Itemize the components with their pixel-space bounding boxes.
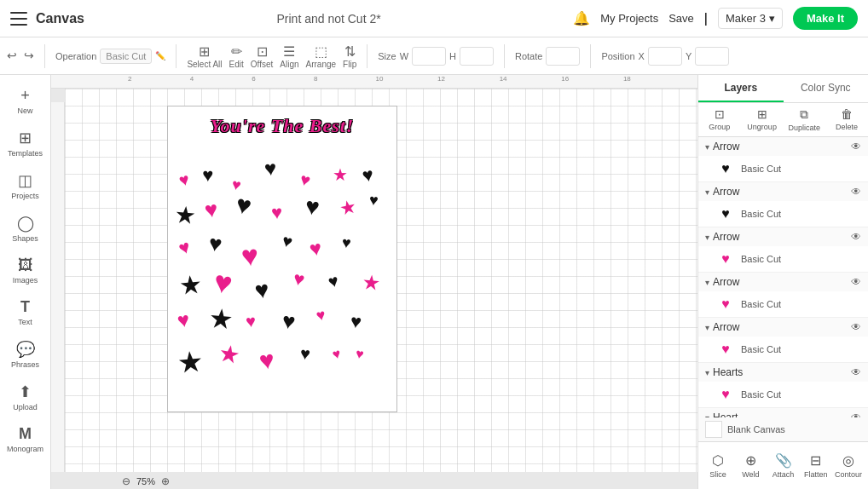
layer-group-header-arrow5[interactable]: ▾ Arrow 👁 (698, 318, 868, 337)
redo-button[interactable]: ↪ (24, 49, 34, 63)
tab-color-sync[interactable]: Color Sync (784, 75, 869, 102)
scattered-element-26: ♥ (176, 309, 191, 331)
canvas-grid[interactable]: You're The Best! ♥♥♥♥♥★♥★♥♥♥♥★♥♥♥♥♥♥♥★♥♥… (65, 89, 697, 472)
zoom-in-button[interactable]: ⊕ (159, 475, 172, 488)
layer-visibility-icon[interactable]: 👁 (851, 411, 861, 417)
text-icon: T (20, 298, 30, 316)
left-sidebar: + New ⊞ Templates ◫ Projects ◯ Shapes 🖼 … (0, 75, 51, 489)
layer-group-header-heart1[interactable]: ▾ Heart 👁 (698, 408, 868, 417)
layer-group-header-arrow3[interactable]: ▾ Arrow 👁 (698, 227, 868, 246)
sidebar-item-templates[interactable]: ⊞ Templates (3, 124, 48, 163)
attach-button[interactable]: 📎 Attach (767, 452, 799, 479)
contour-button[interactable]: ◎ Contour (832, 452, 865, 479)
undo-button[interactable]: ↩ (7, 49, 17, 63)
layer-group-header-hearts1[interactable]: ▾ Hearts 👁 (698, 363, 868, 382)
redo-icon: ↪ (24, 49, 34, 62)
tab-layers[interactable]: Layers (698, 75, 784, 102)
layer-item[interactable]: ♥Basic Cut (698, 382, 868, 407)
layer-thumbnail: ♥ (715, 249, 736, 269)
canvas-document[interactable]: You're The Best! ♥♥♥♥♥★♥★♥♥♥♥★♥♥♥♥♥♥♥★♥♥… (167, 106, 397, 412)
menu-icon[interactable] (10, 12, 27, 26)
scattered-element-8: ♥ (203, 198, 219, 221)
scattered-element-6: ♥ (361, 165, 375, 186)
layer-visibility-icon[interactable]: 👁 (851, 141, 861, 152)
sidebar-item-images[interactable]: 🖼 Images (3, 251, 48, 290)
rotate-input[interactable] (546, 47, 580, 66)
scattered-element-35: ♥ (300, 344, 312, 362)
ungroup-button[interactable]: ⊞ Ungroup (741, 103, 784, 136)
layer-visibility-icon[interactable]: 👁 (851, 366, 861, 378)
my-projects-button[interactable]: My Projects (600, 12, 658, 25)
sidebar-item-phrases[interactable]: 💬 Phrases (3, 335, 48, 374)
layer-group-arrow3: ▾ Arrow 👁 ♥Basic Cut (698, 227, 868, 273)
machine-selector[interactable]: Maker 3 ▾ (718, 8, 783, 29)
edit-button[interactable]: ✏ Edit (229, 43, 244, 69)
operation-value[interactable]: Basic Cut (100, 49, 152, 64)
layer-visibility-icon[interactable]: 👁 (851, 321, 861, 333)
scattered-element-29: ♥ (281, 309, 297, 333)
layer-thumbnail: ♥ (715, 294, 736, 314)
delete-button[interactable]: 🗑 Delete (825, 103, 868, 136)
duplicate-button[interactable]: ⧉ Duplicate (784, 103, 826, 136)
weld-button[interactable]: ⊕ Weld (734, 452, 767, 479)
scattered-element-15: ♥ (208, 232, 224, 256)
offset-button[interactable]: ⊡ Offset (251, 43, 274, 69)
pos-x-input[interactable] (648, 47, 682, 66)
sidebar-item-text[interactable]: T Text (3, 293, 48, 331)
zoom-out-button[interactable]: ⊖ (119, 475, 133, 488)
layer-group-header-arrow4[interactable]: ▾ Arrow 👁 (698, 273, 868, 291)
toolbar-separator-5 (590, 44, 591, 68)
sidebar-item-monogram[interactable]: M Monogram (3, 420, 48, 458)
phrases-icon: 💬 (16, 340, 35, 359)
size-group: Size W H (378, 47, 494, 66)
projects-icon: ◫ (18, 171, 32, 190)
sidebar-label-upload: Upload (13, 403, 38, 411)
layer-item[interactable]: ♥Basic Cut (698, 246, 868, 272)
panel-tabs: Layers Color Sync (698, 75, 868, 103)
toolbar-separator (44, 44, 45, 68)
layer-visibility-icon[interactable]: 👁 (851, 231, 861, 243)
sidebar-item-new[interactable]: + New (3, 82, 48, 120)
layer-thumbnail: ♥ (715, 158, 736, 179)
group-icon: ⊡ (715, 107, 725, 121)
select-all-button[interactable]: ⊞ Select All (187, 43, 222, 69)
scattered-element-20: ★ (178, 272, 204, 299)
layer-visibility-icon[interactable]: 👁 (851, 276, 861, 288)
arrange-button[interactable]: ⬚ Arrange (306, 43, 337, 69)
slice-button[interactable]: ⬡ Slice (702, 452, 734, 479)
layer-item[interactable]: ♥Basic Cut (698, 291, 868, 317)
align-button[interactable]: ☰ Align (280, 43, 298, 69)
operation-pencil-icon[interactable]: ✏️ (155, 51, 165, 60)
layer-name: Arrow (713, 276, 848, 288)
scattered-element-25: ★ (362, 272, 382, 294)
blank-canvas-label: Blank Canvas (727, 424, 785, 434)
sidebar-item-shapes[interactable]: ◯ Shapes (3, 209, 48, 248)
scattered-element-27: ★ (208, 304, 235, 333)
layer-visibility-icon[interactable]: 👁 (851, 186, 861, 198)
layer-group-arrow1: ▾ Arrow 👁 ♥Basic Cut (698, 137, 868, 182)
sidebar-item-upload[interactable]: ⬆ Upload (3, 377, 48, 417)
upload-icon: ⬆ (19, 383, 32, 401)
zoom-bar: ⊖ 75% ⊕ (119, 475, 172, 488)
scattered-element-30: ♥ (315, 307, 327, 324)
flip-button[interactable]: ⇅ Flip (343, 43, 356, 69)
zoom-level: 75% (136, 476, 155, 486)
layer-item[interactable]: ♥Basic Cut (698, 201, 868, 227)
canvas-area[interactable]: 2 4 6 8 10 12 14 16 18 You're The (51, 75, 697, 489)
width-input[interactable] (412, 47, 446, 66)
layer-item[interactable]: ♥Basic Cut (698, 156, 868, 181)
size-label: Size (378, 51, 396, 61)
flatten-button[interactable]: ⊟ Flatten (800, 452, 832, 479)
group-button[interactable]: ⊡ Group (698, 103, 741, 136)
layer-group-header-arrow1[interactable]: ▾ Arrow 👁 (698, 137, 868, 156)
height-input[interactable] (460, 47, 494, 66)
save-button[interactable]: Save (668, 12, 694, 25)
layer-item[interactable]: ♥Basic Cut (698, 337, 868, 362)
make-it-button[interactable]: Make It (793, 7, 858, 30)
sidebar-item-projects[interactable]: ◫ Projects (3, 166, 48, 205)
notification-bell-icon[interactable]: 🔔 (573, 10, 590, 26)
duplicate-icon: ⧉ (800, 107, 808, 122)
layer-group-header-arrow2[interactable]: ▾ Arrow 👁 (698, 182, 868, 201)
pos-y-input[interactable] (695, 47, 729, 66)
canvas-grid-container[interactable]: You're The Best! ♥♥♥♥♥★♥★♥♥♥♥★♥♥♥♥♥♥♥★♥♥… (51, 89, 697, 489)
